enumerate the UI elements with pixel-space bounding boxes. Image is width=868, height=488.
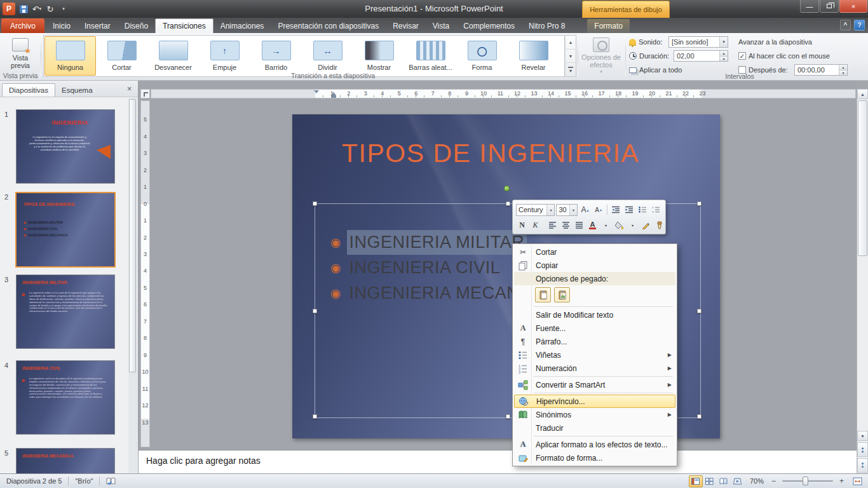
first-line-indent-marker[interactable]	[314, 90, 319, 93]
menu-item-hipervinculo[interactable]: Hipervínculo...	[514, 395, 675, 408]
close-button[interactable]: ×	[839, 0, 867, 13]
shape-outline-button[interactable]	[640, 219, 652, 231]
zoom-out-button[interactable]: −	[769, 477, 778, 486]
tab-complementos[interactable]: Complementos	[456, 19, 522, 33]
tab-formato[interactable]: Formato	[587, 19, 630, 33]
resize-handle-bottom-center[interactable]	[506, 414, 510, 419]
zoom-slider-thumb[interactable]	[803, 477, 808, 485]
grow-font-button[interactable]: A▴	[579, 204, 591, 216]
format-painter-button[interactable]	[653, 219, 665, 231]
next-slide-button[interactable]: ▼▼	[857, 458, 868, 473]
menu-item-fuente[interactable]: A Fuente...	[514, 322, 675, 335]
font-color-button[interactable]: A	[587, 219, 599, 231]
rotation-handle[interactable]	[504, 186, 510, 191]
paste-as-picture-button[interactable]	[554, 287, 570, 302]
transition-dividir[interactable]: ↔ Dividir	[302, 36, 353, 76]
zoom-in-button[interactable]: +	[837, 477, 846, 486]
spellcheck-button[interactable]	[100, 474, 122, 488]
menu-item-numeracion[interactable]: 123 Numeración ▶	[514, 362, 675, 375]
transition-barras[interactable]: Barras aleat...	[405, 36, 456, 76]
tab-insertar[interactable]: Insertar	[78, 19, 118, 33]
minimize-ribbon-button[interactable]: ^	[840, 20, 851, 30]
justify-button[interactable]	[573, 219, 585, 231]
menu-item-traducir[interactable]: Traducir	[514, 421, 675, 435]
slideshow-view-button[interactable]	[731, 475, 745, 487]
transition-empuje[interactable]: ↑ Empuje	[199, 36, 250, 76]
tab-diapositivas[interactable]: Diapositivas	[2, 83, 55, 97]
menu-item-efectos-texto[interactable]: A Aplicar formato a los efectos de texto…	[514, 438, 675, 451]
resize-handle-middle-left[interactable]	[313, 309, 317, 313]
shape-fill-button[interactable]	[613, 219, 625, 231]
font-color-caret-icon[interactable]: ▾	[600, 219, 612, 231]
gallery-scroll-down-button[interactable]: ▼	[566, 50, 576, 64]
bold-button[interactable]: N	[516, 219, 528, 231]
transition-ninguna[interactable]: Ninguna	[44, 36, 96, 76]
tab-inicio[interactable]: Inicio	[46, 19, 78, 33]
undo-button[interactable]: ↶▾	[32, 3, 42, 15]
tab-nitro[interactable]: Nitro Pro 8	[522, 19, 572, 33]
paste-keep-formatting-button[interactable]	[535, 287, 551, 302]
spin-up-icon[interactable]: ▴	[720, 51, 728, 57]
menu-item-sinonimos[interactable]: Sinónimos ▶	[514, 408, 675, 421]
close-panel-button[interactable]: ×	[125, 84, 134, 93]
slide-2-thumbnail[interactable]: TIPOS DE INGENIERIA INGENIERIA MILITAR I…	[15, 192, 116, 268]
minimize-button[interactable]: —	[800, 0, 819, 13]
repeat-button[interactable]: ↻	[45, 3, 55, 15]
resize-handle-middle-right[interactable]	[697, 309, 702, 313]
resize-handle-bottom-right[interactable]	[697, 414, 702, 419]
shrink-font-button[interactable]: A▾	[592, 204, 604, 216]
spin-down-icon[interactable]: ▾	[720, 57, 728, 62]
menu-item-vinetas[interactable]: Viñetas ▶	[514, 348, 675, 362]
tab-transiciones[interactable]: Transiciones	[155, 18, 214, 33]
bullet-text-selected[interactable]: INGENIERIA MILITAR	[349, 233, 525, 252]
fill-caret-icon[interactable]: ▾	[627, 219, 639, 231]
normal-view-button[interactable]	[689, 475, 703, 487]
align-center-button[interactable]	[560, 219, 572, 231]
menu-item-parrafo[interactable]: ¶ Párrafo...	[514, 335, 675, 348]
font-combo-caret-icon[interactable]: ▾	[546, 205, 554, 215]
duration-spinner[interactable]: 02,00 ▴▾	[674, 50, 728, 62]
slide-5-thumbnail[interactable]: INGENIERIA MECANICA	[16, 448, 115, 473]
panel-scrollbar-thumb[interactable]	[129, 99, 136, 372]
slide-4-thumbnail[interactable]: INGENIERIA CIVIL La ingeniería civil es …	[16, 360, 115, 435]
numbering-button[interactable]	[650, 204, 662, 216]
panel-scrollbar[interactable]	[128, 98, 137, 473]
tab-diseno[interactable]: Diseño	[118, 19, 155, 33]
scrollbar-thumb[interactable]	[858, 100, 867, 256]
transition-barrido[interactable]: → Barrido	[250, 36, 302, 76]
align-left-button[interactable]	[546, 219, 559, 231]
menu-item-salir-modificar[interactable]: Salir de Modificar texto	[514, 308, 675, 322]
transition-cortar[interactable]: Cortar	[96, 36, 147, 76]
notes-placeholder[interactable]: Haga clic para agregar notas	[146, 456, 261, 466]
bullets-button[interactable]	[637, 204, 649, 216]
slide-1-thumbnail[interactable]: INGENIERIA La ingeniería es el conjunto …	[16, 109, 115, 184]
slide-3-thumbnail[interactable]: INGENIERIA MILITAR La ingeniería militar…	[16, 274, 115, 349]
tab-revisar[interactable]: Revisar	[386, 19, 426, 33]
fit-to-window-button[interactable]	[851, 476, 863, 486]
tab-presentacion[interactable]: Presentación con diapositivas	[271, 19, 386, 33]
tab-archivo[interactable]: Archivo	[1, 18, 44, 33]
undo-caret-icon[interactable]: ▾	[39, 6, 42, 11]
gallery-scroll-up-button[interactable]: ▲	[566, 36, 576, 50]
resize-handle-top-left[interactable]	[313, 201, 317, 206]
tab-vista[interactable]: Vista	[426, 19, 456, 33]
zoom-level[interactable]: 70%	[745, 477, 769, 485]
powerpoint-app-icon[interactable]: P	[3, 3, 15, 15]
previous-slide-button[interactable]: ▲▲	[857, 442, 868, 457]
on-mouse-click-checkbox[interactable]: ✓	[738, 52, 746, 60]
help-button[interactable]: ?	[854, 20, 865, 30]
transition-desvanecer[interactable]: Desvanecer	[147, 36, 199, 76]
transition-revelar[interactable]: Revelar	[508, 36, 559, 76]
slide-sorter-view-button[interactable]	[703, 475, 717, 487]
tab-esquema[interactable]: Esquema	[55, 84, 99, 97]
slide-title[interactable]: TIPOS DE INGENIERIA	[342, 139, 639, 168]
tab-selector[interactable]	[140, 89, 150, 98]
menu-item-smartart[interactable]: Convertir a SmartArt ▶	[514, 378, 675, 391]
menu-item-formato-forma[interactable]: Formato de forma...	[514, 451, 675, 464]
sound-dropdown-caret-icon[interactable]: ▾	[719, 37, 728, 47]
reading-view-button[interactable]	[717, 475, 731, 487]
duration-spin-buttons[interactable]: ▴▾	[719, 51, 728, 61]
italic-button[interactable]: K	[529, 219, 541, 231]
customize-qat-button[interactable]: ▾	[58, 3, 69, 15]
scroll-up-button[interactable]: ▲	[857, 89, 868, 99]
